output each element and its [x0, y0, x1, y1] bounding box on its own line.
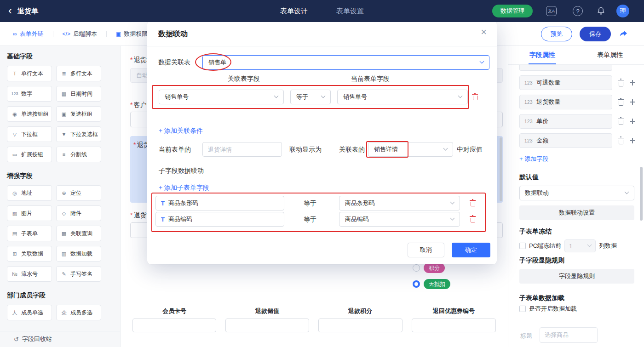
- field-button-checkbox-group[interactable]: ▣复选框组: [56, 106, 101, 122]
- move-field-icon[interactable]: [630, 80, 635, 85]
- backend-script-button[interactable]: </> 后端脚本: [63, 30, 97, 38]
- field-button-radio-group[interactable]: ◉单选按钮组: [7, 106, 52, 122]
- select-value: 销售单号: [343, 93, 367, 101]
- radio-option-points[interactable]: 积分: [413, 263, 445, 273]
- freeze-count-select[interactable]: 1: [564, 239, 596, 252]
- panel-scrollbar[interactable]: [640, 167, 643, 221]
- close-icon[interactable]: ×: [481, 27, 487, 37]
- title-value-box[interactable]: 选择商品: [540, 327, 598, 343]
- tab-field-properties[interactable]: 字段属性: [508, 46, 576, 64]
- field-item-amount[interactable]: 123金额: [519, 133, 612, 148]
- move-field-icon[interactable]: [630, 138, 635, 143]
- subfield-target-select-1[interactable]: 商品编码: [339, 212, 460, 227]
- visibility-rules-button[interactable]: 字段显隐规则: [519, 269, 634, 284]
- coupon-number-input[interactable]: [412, 319, 496, 332]
- field-button-subform[interactable]: ▤子表单: [7, 226, 52, 241]
- subform-scrollbar[interactable]: [500, 137, 502, 201]
- location-icon: ⊕: [60, 190, 68, 196]
- language-icon[interactable]: 文A: [546, 6, 557, 16]
- avatar[interactable]: 理: [616, 5, 629, 17]
- radio-checked-icon[interactable]: [413, 280, 420, 288]
- field-button-extend-button[interactable]: ▭扩展按钮: [7, 147, 52, 162]
- data-load-checkbox[interactable]: [519, 306, 526, 312]
- field-item-returnable-qty[interactable]: 123可退数量: [519, 75, 612, 90]
- delete-field-icon[interactable]: [619, 99, 623, 106]
- field-button-address[interactable]: ◎地址: [7, 185, 52, 201]
- field-button-signature[interactable]: ✎手写签名: [56, 266, 101, 282]
- field-button-datetime[interactable]: ▦日期时间: [56, 86, 101, 102]
- field-recycle-bin[interactable]: ↺ 字段回收站: [0, 331, 120, 347]
- data-permission-button[interactable]: ▣ 数据权限: [116, 30, 148, 38]
- radio-option-no-deduction[interactable]: 无抵扣: [413, 279, 450, 289]
- confirm-button[interactable]: 确定: [452, 243, 490, 257]
- add-field-link[interactable]: + 添加字段: [519, 155, 548, 163]
- default-value-select[interactable]: 数据联动: [519, 186, 634, 200]
- field-button-multi-select[interactable]: ▼下拉复选框: [56, 126, 101, 142]
- add-subfield-link[interactable]: + 添加子表单字段: [159, 184, 209, 192]
- subfield-delete-icon-0[interactable]: [471, 199, 475, 206]
- linkage-settings-button[interactable]: 数据联动设置: [519, 205, 634, 220]
- notification-bell-icon[interactable]: [597, 6, 605, 17]
- subfield-target-select-0[interactable]: 商品条形码: [339, 196, 460, 210]
- field-button-serial-number[interactable]: №流水号: [7, 266, 52, 282]
- field-button-select[interactable]: ▽下拉框: [7, 126, 52, 142]
- refund-stored-value-input[interactable]: [225, 319, 309, 332]
- save-button[interactable]: 保存: [580, 27, 611, 41]
- chevron-down-icon: [321, 94, 326, 98]
- delete-field-icon[interactable]: [619, 80, 623, 86]
- column-header-current-field: 当前表单字段: [334, 75, 407, 83]
- member-icon: 人: [11, 309, 18, 316]
- field-button-number[interactable]: 123数字: [7, 86, 52, 102]
- radio-icon[interactable]: [413, 264, 420, 272]
- field-item-label: 金额: [536, 137, 548, 145]
- field-button-multi-line-text[interactable]: ≣多行文本: [56, 66, 101, 81]
- image-icon: ▨: [11, 210, 18, 216]
- add-condition-link[interactable]: + 添加关联条件: [159, 127, 203, 135]
- recycle-icon: ↺: [14, 336, 19, 343]
- field-item-unit-price[interactable]: 123单价: [519, 114, 612, 129]
- field-button-divider[interactable]: ≡分割线: [56, 147, 101, 162]
- field-button-single-line-text[interactable]: T单行文本: [7, 66, 52, 81]
- preview-button[interactable]: 预览: [541, 27, 572, 41]
- field-row: 123退货数量: [519, 95, 636, 109]
- help-icon[interactable]: ?: [573, 6, 583, 16]
- toolbar-links: ∞ 表单外链 </> 后端脚本 ▣ 数据权限: [13, 22, 148, 46]
- delete-field-icon[interactable]: [619, 118, 623, 125]
- condition-operator-select[interactable]: 等于: [290, 90, 331, 104]
- field-button-location[interactable]: ⊕定位: [56, 185, 101, 201]
- move-field-icon[interactable]: [630, 99, 635, 105]
- member-card-input[interactable]: [132, 319, 216, 332]
- current-form-field-input[interactable]: [202, 142, 282, 157]
- refund-points-input[interactable]: [318, 319, 402, 332]
- current-form-prefix: 当前表单的: [159, 146, 191, 154]
- tab-form-settings[interactable]: 表单设置: [336, 7, 364, 16]
- subfield-field-input-1[interactable]: T 商品编码: [155, 212, 284, 227]
- relation-table-select[interactable]: 销售单: [202, 55, 489, 70]
- back-icon[interactable]: ‹: [8, 5, 12, 16]
- field-button-image[interactable]: ▨图片: [7, 205, 52, 221]
- members-icon: 众: [60, 309, 68, 316]
- related-field-select[interactable]: 销售详情: [368, 142, 453, 157]
- field-button-data-load[interactable]: ▥数据加载: [56, 246, 101, 262]
- condition-delete-icon[interactable]: [473, 93, 477, 100]
- cancel-button[interactable]: 取消: [408, 243, 444, 257]
- field-button-related-data[interactable]: ⊞关联数据: [7, 246, 52, 262]
- field-button-label: 定位: [70, 189, 81, 197]
- data-manage-button[interactable]: 数据管理: [492, 5, 533, 17]
- subfield-delete-icon-1[interactable]: [471, 216, 475, 222]
- field-button-member-single[interactable]: 人成员单选: [7, 305, 52, 320]
- delete-field-icon[interactable]: [619, 137, 623, 144]
- condition-target-select[interactable]: 销售单号: [337, 90, 468, 104]
- pc-freeze-checkbox[interactable]: [519, 243, 526, 249]
- field-button-member-multi[interactable]: 众成员多选: [56, 305, 101, 320]
- share-icon[interactable]: [619, 29, 628, 40]
- tab-form-design[interactable]: 表单设计: [280, 7, 308, 16]
- field-item-return-qty[interactable]: 123退货数量: [519, 95, 612, 109]
- subfield-field-input-0[interactable]: T 商品条形码: [155, 196, 284, 210]
- tab-form-properties[interactable]: 表单属性: [576, 46, 644, 64]
- move-field-icon[interactable]: [630, 119, 635, 124]
- field-button-related-query[interactable]: ▩关联查询: [56, 226, 101, 241]
- form-external-link-button[interactable]: ∞ 表单外链: [13, 30, 44, 38]
- condition-field-select[interactable]: 销售单号: [159, 90, 284, 104]
- field-button-attachment[interactable]: ◇附件: [56, 205, 101, 221]
